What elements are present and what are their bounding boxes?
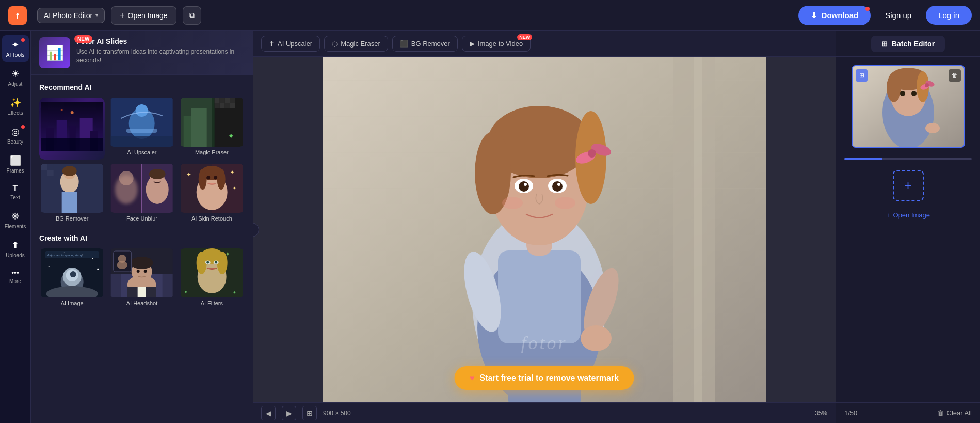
image-to-video-tool-button[interactable]: ▶ Image to Video NEW — [462, 36, 531, 52]
ai-card-filters[interactable]: ✦ ✦ ✦ AI Filters — [179, 248, 245, 306]
svg-point-58 — [214, 176, 217, 180]
ai-upscaler-tool-button[interactable]: ⬆ AI Upscaler — [261, 36, 320, 52]
ai-card-eraser[interactable]: ✦ Magic Eraser — [179, 98, 245, 160]
svg-point-55 — [198, 169, 206, 190]
svg-rect-20 — [219, 98, 224, 103]
add-icon: + — [904, 178, 911, 193]
svg-point-8 — [71, 111, 74, 114]
ai-slides-banner[interactable]: NEW 📊 Fotor AI Slides Use AI to transfor… — [31, 31, 253, 75]
sidebar-item-frames[interactable]: ⬜ Frames — [2, 151, 29, 178]
face-unblur-label: Face Unblur — [109, 215, 174, 222]
layers-icon: ⊞ — [859, 72, 864, 79]
download-button[interactable]: ⬇ Download — [798, 6, 871, 25]
batch-editor-tab[interactable]: ⊞ Batch Editor — [871, 36, 945, 52]
svg-point-138 — [887, 73, 901, 102]
svg-rect-23 — [224, 98, 230, 103]
fit-icon: ⊞ — [307, 409, 313, 417]
ai-image-preview: Astronaut in space, starry... — [39, 248, 105, 297]
sidebar-item-adjust[interactable]: ☀ Adjust — [2, 64, 29, 91]
upscaler-label: AI Upscaler — [109, 149, 174, 155]
sidebar-label-adjust: Adjust — [8, 81, 23, 87]
svg-text:Astronaut in space, starry...: Astronaut in space, starry... — [47, 254, 85, 257]
trash-icon: 🗑 — [937, 409, 944, 417]
svg-point-143 — [900, 91, 905, 96]
sidebar-item-more[interactable]: ••• More — [2, 264, 29, 288]
clear-all-label: Clear All — [947, 409, 972, 417]
svg-point-70 — [92, 258, 93, 259]
svg-point-72 — [97, 269, 99, 270]
collapse-panel-button[interactable]: ‹ — [253, 223, 259, 237]
recommend-ai-title: Recommend AI — [39, 83, 245, 91]
sidebar-item-effects[interactable]: ✨ Effects — [2, 93, 29, 120]
redo-button[interactable]: ▶ — [282, 406, 296, 420]
sidebar-label-elements: Elements — [5, 224, 26, 229]
clear-all-button[interactable]: 🗑 Clear All — [937, 409, 972, 417]
svg-point-88 — [117, 261, 127, 269]
svg-rect-25 — [224, 103, 230, 108]
svg-point-13 — [136, 104, 148, 117]
sidebar-item-beauty[interactable]: ◎ Beauty — [2, 122, 29, 149]
headshot-label: AI Headshot — [109, 300, 174, 306]
recommend-ai-grid: 1-Tap Enhance AI Up — [39, 98, 245, 222]
signup-button[interactable]: Sign up — [877, 7, 920, 24]
app-title-button[interactable]: AI Photo Editor ▾ — [37, 8, 105, 23]
open-image-button[interactable]: + Open Image — [111, 6, 176, 25]
svg-point-84 — [137, 270, 140, 273]
svg-point-56 — [217, 169, 225, 190]
redo-icon: ▶ — [286, 409, 292, 417]
plus-right-icon: + — [886, 211, 890, 219]
ai-card-enhance[interactable]: 1-Tap Enhance — [39, 98, 105, 160]
adjust-icon: ☀ — [11, 68, 20, 80]
magic-eraser-tool-button[interactable]: ◌ Magic Eraser — [324, 36, 388, 52]
svg-point-122 — [588, 149, 596, 158]
fit-button[interactable]: ⊞ — [302, 406, 317, 420]
magic-eraser-tool-label: Magic Eraser — [341, 40, 380, 48]
svg-rect-14 — [126, 129, 157, 133]
ai-slides-thumbnail: 📊 — [39, 37, 70, 68]
ai-tools-notification-dot — [21, 38, 25, 42]
undo-button[interactable]: ◀ — [261, 406, 276, 420]
headshot-preview-image — [109, 248, 174, 297]
sidebar-item-ai-tools[interactable]: ✦ AI Tools — [2, 35, 29, 62]
bg-remover-tool-button[interactable]: ⬛ BG Remover — [392, 36, 458, 52]
svg-rect-34 — [47, 170, 54, 176]
skin-retouch-label: AI Skin Retouch — [179, 215, 245, 222]
svg-rect-33 — [41, 170, 47, 176]
add-image-button[interactable]: + — [893, 170, 924, 201]
sidebar-label-ai-tools: AI Tools — [6, 52, 24, 58]
sidebar-label-frames: Frames — [7, 168, 24, 174]
ai-upscaler-tool-icon: ⬆ — [269, 40, 275, 48]
svg-rect-83 — [138, 287, 146, 297]
sidebar-item-uploads[interactable]: ⬆ Uploads — [2, 236, 29, 262]
svg-point-71 — [49, 266, 50, 267]
bg-remover-label: BG Remover — [39, 215, 105, 222]
duplicate-button[interactable]: ⧉ — [183, 6, 201, 25]
svg-point-66 — [70, 271, 76, 277]
svg-point-47 — [149, 169, 166, 179]
ai-card-bg-remover[interactable]: BG Remover — [39, 164, 105, 222]
thumb-delete-button[interactable]: 🗑 — [949, 69, 961, 82]
svg-text:✦: ✦ — [230, 169, 234, 175]
ai-card-skin[interactable]: ✦ ✦ ✦ AI Skin Retouch — [179, 164, 245, 222]
undo-icon: ◀ — [266, 409, 271, 417]
svg-rect-27 — [191, 108, 206, 147]
open-image-right-button[interactable]: + Open Image — [886, 211, 930, 219]
bg-remover-preview-image — [39, 164, 105, 213]
svg-point-144 — [911, 91, 917, 96]
effects-icon: ✨ — [10, 97, 21, 108]
svg-rect-19 — [214, 98, 219, 103]
right-sidebar-bottom: 1/50 🗑 Clear All — [836, 402, 980, 423]
trial-banner[interactable]: ♥ Start free trial to remove watermark — [454, 366, 634, 390]
ai-card-face-unblur[interactable]: Face Unblur — [109, 164, 174, 222]
logo-area: f — [8, 6, 27, 25]
ai-card-upscaler[interactable]: AI Upscaler — [109, 98, 174, 160]
sidebar-item-elements[interactable]: ❋ Elements — [2, 207, 29, 233]
sidebar-label-text: Text — [10, 195, 20, 200]
canvas-zoom-label: 35% — [815, 410, 827, 417]
login-button[interactable]: Log in — [926, 6, 972, 25]
ai-card-ai-image[interactable]: Astronaut in space, starry... AI Image — [39, 248, 105, 306]
sidebar-label-more: More — [9, 278, 21, 284]
svg-rect-109 — [694, 57, 702, 402]
sidebar-item-text[interactable]: T Text — [2, 180, 29, 205]
ai-card-headshot[interactable]: AI Headshot — [109, 248, 174, 306]
